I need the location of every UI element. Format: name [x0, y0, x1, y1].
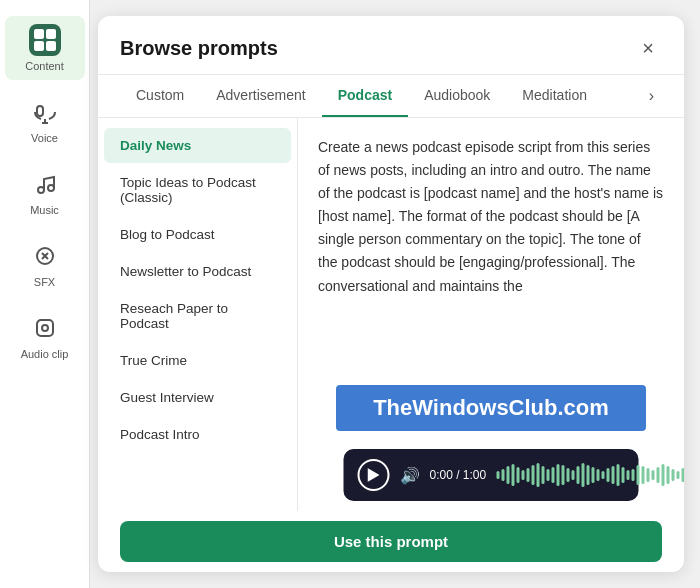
prompt-text: Create a news podcast episode script fro… [318, 136, 664, 298]
prompt-list: Daily News Topic Ideas to Podcast (Class… [98, 118, 298, 511]
sidebar: Content Voice Music [0, 0, 90, 588]
tab-meditation[interactable]: Meditation [506, 75, 603, 117]
time-display: 0:00 / 1:00 [430, 468, 487, 482]
close-button[interactable]: × [634, 34, 662, 62]
prompt-item-blog-to-podcast[interactable]: Blog to Podcast [104, 217, 291, 252]
prompt-item-true-crime[interactable]: True Crime [104, 343, 291, 378]
audio-player: 🔊 0:00 / 1:00 [344, 449, 639, 501]
svg-marker-8 [368, 468, 380, 482]
sidebar-item-content[interactable]: Content [5, 16, 85, 80]
tab-custom[interactable]: Custom [120, 75, 200, 117]
music-icon [29, 168, 61, 200]
modal-header: Browse prompts × [98, 16, 684, 75]
prompt-item-topic-ideas[interactable]: Topic Ideas to Podcast (Classic) [104, 165, 291, 215]
prompt-item-podcast-intro[interactable]: Podcast Intro [104, 417, 291, 452]
sidebar-label-audioclip: Audio clip [21, 348, 69, 360]
prompt-item-newsletter[interactable]: Newsletter to Podcast [104, 254, 291, 289]
svg-rect-0 [37, 106, 43, 116]
prompt-item-daily-news[interactable]: Daily News [104, 128, 291, 163]
svg-rect-6 [37, 320, 53, 336]
tab-more-button[interactable]: › [641, 77, 662, 115]
sidebar-label-music: Music [30, 204, 59, 216]
tab-advertisement[interactable]: Advertisement [200, 75, 321, 117]
sfx-icon [29, 240, 61, 272]
sidebar-item-audioclip[interactable]: Audio clip [5, 304, 85, 368]
tab-audiobook[interactable]: Audiobook [408, 75, 506, 117]
sidebar-item-music[interactable]: Music [5, 160, 85, 224]
tab-podcast[interactable]: Podcast [322, 75, 408, 117]
tabs-row: Custom Advertisement Podcast Audiobook M… [98, 75, 684, 118]
watermark: TheWindowsClub.com [336, 385, 646, 431]
sidebar-label-sfx: SFX [34, 276, 55, 288]
sidebar-item-voice[interactable]: Voice [5, 88, 85, 152]
use-prompt-button[interactable]: Use this prompt [120, 521, 662, 562]
sidebar-label-content: Content [25, 60, 64, 72]
content-icon [29, 24, 61, 56]
sidebar-label-voice: Voice [31, 132, 58, 144]
prompt-item-research-paper[interactable]: Reseach Paper to Podcast [104, 291, 291, 341]
waveform-display [496, 461, 684, 489]
play-button[interactable] [358, 459, 390, 491]
modal-footer: Use this prompt [98, 511, 684, 572]
sidebar-item-sfx[interactable]: SFX [5, 232, 85, 296]
browse-prompts-modal: Browse prompts × Custom Advertisement Po… [98, 16, 684, 572]
svg-point-7 [42, 325, 48, 331]
volume-button[interactable]: 🔊 [400, 466, 420, 485]
prompt-item-guest-interview[interactable]: Guest Interview [104, 380, 291, 415]
prompt-content-area: Create a news podcast episode script fro… [298, 118, 684, 511]
modal-title: Browse prompts [120, 37, 278, 60]
voice-icon [29, 96, 61, 128]
modal-body: Daily News Topic Ideas to Podcast (Class… [98, 118, 684, 511]
audioclip-icon [29, 312, 61, 344]
